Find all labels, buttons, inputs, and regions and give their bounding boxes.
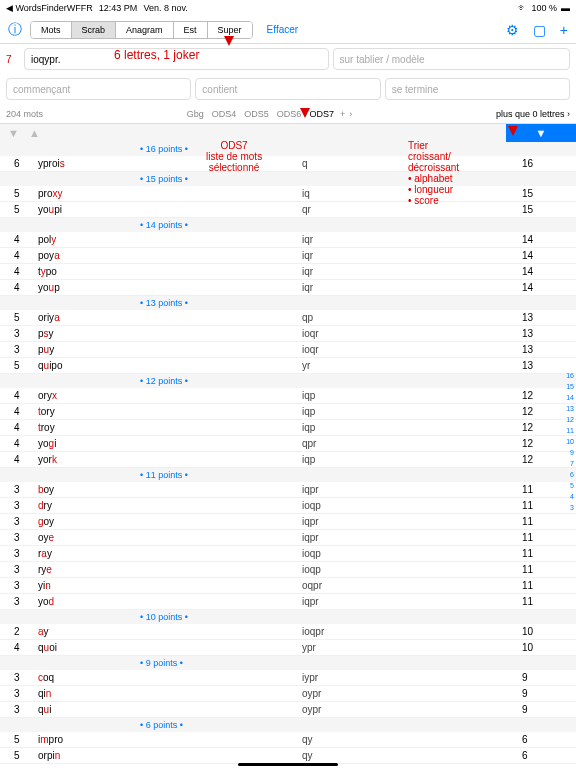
home-indicator[interactable]: [238, 763, 338, 766]
sort-desc-icon[interactable]: ▼: [8, 127, 19, 139]
word-row[interactable]: 5oriyaqp13: [0, 310, 576, 326]
letters-input[interactable]: ioqypr.: [24, 48, 329, 70]
points-header: • 12 points •: [140, 376, 188, 386]
results-list: • 16 points •6yproisq16• 15 points •5pro…: [0, 142, 576, 768]
points-header: • 9 points •: [140, 658, 183, 668]
word-row[interactable]: 3puyioqr13: [0, 342, 576, 358]
word-row[interactable]: 3dryioqp11: [0, 498, 576, 514]
word-row[interactable]: 5improqy6: [0, 732, 576, 748]
word-row[interactable]: 3rayioqp11: [0, 546, 576, 562]
word-row[interactable]: 4oryxiqp12: [0, 388, 576, 404]
dict-gbg[interactable]: Gbg: [187, 109, 204, 119]
points-header: • 10 points •: [140, 612, 188, 622]
dict-ods5[interactable]: ODS5: [244, 109, 269, 119]
tablier-input[interactable]: sur tablier / modèle: [333, 48, 570, 70]
points-header: • 15 points •: [140, 174, 188, 184]
clear-button[interactable]: Effacer: [267, 24, 299, 35]
status-date: Ven. 8 nov.: [143, 3, 187, 13]
word-row[interactable]: 4troyiqp12: [0, 420, 576, 436]
dict-ods6[interactable]: ODS6: [277, 109, 302, 119]
word-row[interactable]: 4youpiqr14: [0, 280, 576, 296]
word-row[interactable]: 4toryiqp12: [0, 404, 576, 420]
letter-count: 7: [6, 48, 20, 70]
word-row[interactable]: 4polyiqr14: [0, 232, 576, 248]
tab-est[interactable]: Est: [174, 22, 208, 38]
word-row[interactable]: 3yinoqpr11: [0, 578, 576, 594]
word-row[interactable]: 3ryeioqp11: [0, 562, 576, 578]
word-row[interactable]: 4yogiqpr12: [0, 436, 576, 452]
back-app[interactable]: ◀ WordsFinderWFFR: [6, 3, 93, 13]
points-header: • 14 points •: [140, 220, 188, 230]
status-time: 12:43 PM: [99, 3, 138, 13]
word-row[interactable]: 2ayioqpr10: [0, 624, 576, 640]
active-sort[interactable]: ▼: [506, 124, 576, 142]
word-row[interactable]: 3yodiqpr11: [0, 594, 576, 610]
tab-super[interactable]: Super: [208, 22, 252, 38]
word-row[interactable]: 6yproisq16: [0, 156, 576, 172]
dict-ods7[interactable]: ODS7: [309, 109, 334, 119]
sort-asc-icon[interactable]: ▲: [29, 127, 40, 139]
points-header: • 16 points •: [140, 144, 188, 154]
tab-mots[interactable]: Mots: [31, 22, 72, 38]
battery-pct: 100 %: [531, 3, 557, 13]
word-row[interactable]: 3coqiypr9: [0, 670, 576, 686]
book-icon[interactable]: ▢: [533, 22, 546, 38]
plus-icon[interactable]: +: [560, 22, 568, 38]
chevron-right-icon[interactable]: ›: [349, 109, 352, 119]
word-row[interactable]: 3quioypr9: [0, 702, 576, 718]
points-header: • 13 points •: [140, 298, 188, 308]
word-row[interactable]: 3goyiqpr11: [0, 514, 576, 530]
word-row[interactable]: 5orpinqy6: [0, 748, 576, 764]
word-row[interactable]: 4quoiypr10: [0, 640, 576, 656]
tab-scrab[interactable]: Scrab: [72, 22, 117, 38]
word-row[interactable]: 3boyiqpr11: [0, 482, 576, 498]
points-header: • 11 points •: [140, 470, 188, 480]
word-row[interactable]: 4yorkiqp12: [0, 452, 576, 468]
word-row[interactable]: 4typoiqr14: [0, 264, 576, 280]
wrench-icon[interactable]: ⚙: [506, 22, 519, 38]
word-row[interactable]: 5quipoyr13: [0, 358, 576, 374]
word-row[interactable]: 3qinoypr9: [0, 686, 576, 702]
word-row[interactable]: 5youpiqr15: [0, 202, 576, 218]
points-header: • 6 points •: [140, 720, 183, 730]
word-count: 204 mots: [6, 109, 43, 119]
starts-input[interactable]: commençant: [6, 78, 191, 100]
sort-controls[interactable]: ▼ ▲: [0, 124, 506, 142]
word-row[interactable]: 3oyeiqpr11: [0, 530, 576, 546]
mode-segments: MotsScrabAnagramEstSuper: [30, 21, 253, 39]
dict-selector[interactable]: GbgODS4ODS5ODS6ODS7: [187, 109, 334, 119]
word-row[interactable]: 4poyaiqr14: [0, 248, 576, 264]
info-icon[interactable]: ⓘ: [8, 21, 22, 39]
ends-input[interactable]: se termine: [385, 78, 570, 100]
extra-letters[interactable]: plus que 0 lettres ›: [496, 109, 570, 119]
wifi-icon: ᯤ: [518, 3, 527, 13]
contains-input[interactable]: contient: [195, 78, 380, 100]
word-row[interactable]: 5proxyiq15: [0, 186, 576, 202]
battery-icon: ▬: [561, 3, 570, 13]
word-row[interactable]: 3psyioqr13: [0, 326, 576, 342]
dict-plus[interactable]: +: [340, 109, 345, 119]
tab-anagram[interactable]: Anagram: [116, 22, 174, 38]
score-index[interactable]: 16151413121110976543: [566, 370, 574, 513]
dict-ods4[interactable]: ODS4: [212, 109, 237, 119]
